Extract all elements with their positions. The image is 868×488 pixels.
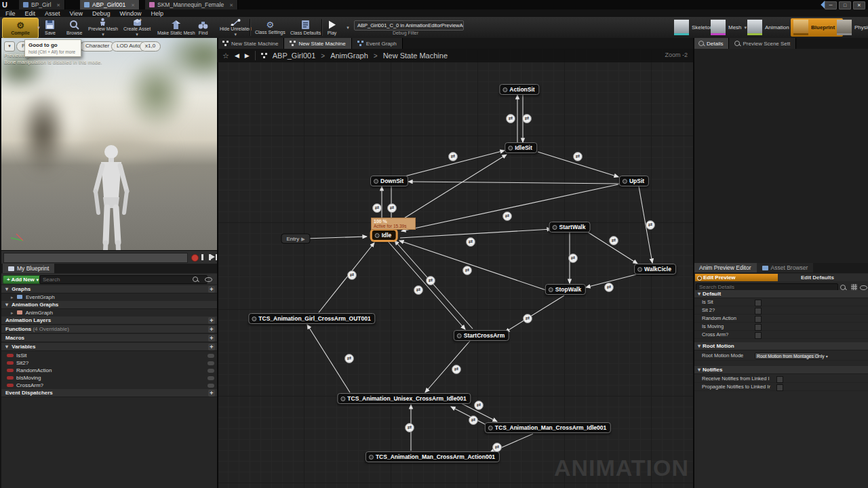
root-motion-mode-dropdown[interactable]: Root Motion from Montages Only	[755, 352, 820, 359]
playback-speed-button[interactable]: x1,0	[140, 41, 161, 52]
column-view-icon[interactable]	[851, 284, 857, 290]
make-static-mesh-button[interactable]: Make Static Mesh	[155, 18, 198, 37]
transition-rule-icon[interactable]: ⇄	[522, 114, 532, 123]
play-button[interactable]: Play	[324, 18, 340, 37]
is-sit-checkbox[interactable]	[755, 300, 762, 306]
tab-state-machine-2[interactable]: New State Machine	[284, 38, 351, 49]
state-node-TCS_Animation_Unisex_CrossArm_Idle001[interactable]: TCS_Animation_Unisex_CrossArm_Idle001	[337, 393, 471, 404]
section-functions[interactable]: Functions (4 Overridable)	[1, 325, 217, 333]
transition-rule-icon[interactable]: ⇄	[506, 114, 515, 123]
variable-randomaction[interactable]: RandomAction	[1, 367, 217, 374]
close-button[interactable]: ✕	[853, 1, 865, 9]
variable-visibility-icon[interactable]	[208, 354, 214, 358]
graph-canvas[interactable]: ABP_Girl001 > AnimGraph > New State Mach…	[217, 49, 693, 488]
transition-rule-icon[interactable]: ⇄	[405, 423, 414, 432]
transition-rule-icon[interactable]: ⇄	[502, 211, 512, 221]
close-tab-icon[interactable]	[54, 1, 60, 8]
breadcrumb-root[interactable]: ABP_Girl001	[273, 52, 316, 60]
item-eventgraph[interactable]: EventGraph	[1, 293, 217, 301]
variable-issit[interactable]: IsSit	[1, 352, 217, 359]
item-animgraph[interactable]: AnimGraph	[1, 309, 217, 317]
transition-rule-icon[interactable]: ⇄	[372, 203, 382, 213]
section-macros[interactable]: Macros	[1, 334, 217, 342]
transition-rule-icon[interactable]: ⇄	[387, 203, 397, 213]
variable-visibility-icon[interactable]	[208, 361, 214, 365]
close-tab-icon[interactable]	[128, 1, 135, 8]
menu-file[interactable]: File	[5, 10, 16, 17]
cross-arm-checkbox[interactable]	[755, 332, 762, 339]
timeline-scrubber[interactable]	[3, 253, 188, 263]
transition-rule-icon[interactable]: ⇄	[452, 365, 461, 374]
play-options-dropdown[interactable]	[342, 18, 353, 37]
asset-tab-bp-girl[interactable]: BP_Girl	[19, 0, 65, 9]
state-node-IdleSit[interactable]: IdleSit	[505, 142, 537, 153]
viewport-options-dropdown[interactable]	[4, 41, 15, 52]
variable-visibility-icon[interactable]	[208, 369, 214, 373]
maximize-button[interactable]: □	[839, 1, 851, 9]
transition-rule-icon[interactable]: ⇄	[466, 237, 475, 247]
tab-anim-preview-editor[interactable]: Anim Preview Editor	[694, 263, 757, 272]
hide-unrelated-button[interactable]: Hide Unrelated	[217, 18, 254, 37]
add-variable-button[interactable]	[208, 344, 215, 350]
edit-defaults-radio[interactable]: Edit Defaults	[801, 274, 834, 281]
transition-rule-icon[interactable]: ⇄	[474, 401, 484, 410]
receive-notifies-checkbox[interactable]	[776, 376, 783, 383]
preview-viewport[interactable]: Perspective Show Character LOD Auto x1,0…	[1, 38, 217, 250]
pause-button[interactable]	[201, 254, 211, 260]
mode-physics[interactable]: Physics	[834, 18, 868, 37]
variable-crossarm[interactable]: CrossArm?	[1, 382, 217, 389]
nav-back-icon[interactable]	[235, 52, 239, 59]
section-event-dispatchers[interactable]: Event Dispatchers	[1, 389, 217, 397]
breadcrumb-animgraph[interactable]: AnimGraph	[330, 52, 368, 60]
variable-sit2[interactable]: Sit2?	[1, 359, 217, 367]
transition-rule-icon[interactable]: ⇄	[469, 415, 478, 425]
add-new-button[interactable]: + Add New	[3, 275, 43, 284]
mode-animation[interactable]: Animation	[745, 18, 797, 37]
variable-bismoving[interactable]: bIsMoving	[1, 374, 217, 382]
class-settings-button[interactable]: ⚙ Class Settings	[252, 18, 288, 37]
transition-rule-icon[interactable]: ⇄	[609, 236, 618, 245]
menu-edit[interactable]: Edit	[25, 10, 36, 17]
tab-event-graph[interactable]: Event Graph	[352, 38, 403, 49]
transition-rule-icon[interactable]: ⇄	[523, 314, 532, 323]
state-node-UpSit[interactable]: UpSit	[619, 176, 649, 186]
sit-2-checkbox[interactable]	[755, 308, 762, 314]
transition-rule-icon[interactable]: ⇄	[414, 285, 423, 295]
close-tab-icon[interactable]	[226, 1, 233, 8]
variable-visibility-icon[interactable]	[208, 384, 214, 388]
menu-asset[interactable]: Asset	[45, 10, 60, 17]
tab-state-machine-1[interactable]: New State Machine	[217, 38, 284, 49]
record-button[interactable]	[191, 254, 199, 262]
state-node-ActionSit[interactable]: ActionSit	[499, 84, 539, 95]
section-variables[interactable]: Variables	[1, 343, 217, 351]
transition-rule-icon[interactable]: ⇄	[347, 270, 357, 280]
section-root-motion[interactable]: Root Motion	[694, 342, 868, 350]
section-default[interactable]: Default	[694, 290, 868, 298]
right-splitter[interactable]	[693, 38, 694, 488]
asset-tab-skm-mannequin[interactable]: SKM_Mannequin_Female	[145, 0, 238, 9]
tab-asset-browser[interactable]: Asset Browser	[757, 263, 814, 272]
add-event-dispatcher-button[interactable]	[208, 390, 215, 396]
add-function-button[interactable]	[208, 326, 215, 333]
preview-mesh-button[interactable]: Preview Mesh	[85, 18, 121, 37]
transition-rule-icon[interactable]: ⇄	[492, 443, 502, 452]
character-button[interactable]: Character	[80, 41, 115, 52]
add-graph-button[interactable]	[208, 286, 215, 293]
add-macro-button[interactable]	[208, 335, 215, 342]
transition-rule-icon[interactable]: ⇄	[426, 276, 435, 285]
browse-button[interactable]: Browse	[64, 18, 85, 37]
my-blueprint-search-input[interactable]	[39, 275, 208, 284]
state-node-TCS_Animation_Man_CrossArm_Idle001[interactable]: TCS_Animation_Man_CrossArm_Idle001	[485, 422, 611, 433]
section-graphs[interactable]: Graphs	[1, 285, 217, 293]
is-moving-checkbox[interactable]	[755, 324, 762, 331]
transition-rule-icon[interactable]: ⇄	[462, 266, 472, 275]
section-animation-layers[interactable]: Animation Layers	[1, 317, 217, 325]
state-node-TCS_Animation_Girl_CrossArm_OUT001[interactable]: TCS_Animation_Girl_CrossArm_OUT001	[248, 313, 375, 324]
debug-object-dropdown[interactable]: ABP_Girl001_C_0 in AnimationEditorPrevie…	[354, 20, 464, 30]
find-button[interactable]: Find	[195, 18, 211, 37]
state-node-DownSit[interactable]: DownSit	[370, 176, 408, 186]
visibility-filter-icon[interactable]	[205, 277, 212, 282]
class-defaults-button[interactable]: Class Defaults	[288, 18, 323, 37]
state-node-StartCrossArm[interactable]: StartCrossArm	[454, 330, 509, 341]
minimize-button[interactable]: ─	[825, 1, 837, 9]
